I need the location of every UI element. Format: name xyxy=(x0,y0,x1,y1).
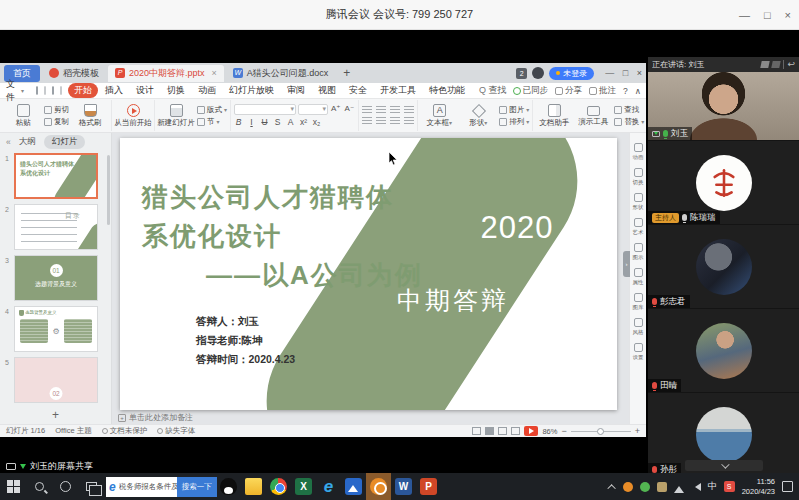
indent-increase-icon[interactable] xyxy=(404,106,414,114)
find-menu[interactable]: Q 查找 xyxy=(479,84,507,97)
reading-view-button[interactable] xyxy=(498,427,507,435)
layout-grid-icon[interactable] xyxy=(761,61,770,68)
present-tools-button[interactable]: 演示工具 xyxy=(575,104,611,127)
menu-tab[interactable]: 安全 xyxy=(343,83,373,98)
missing-fonts[interactable]: 缺失字体 xyxy=(157,426,195,436)
close-button[interactable]: × xyxy=(785,9,791,21)
format-glyph-button[interactable]: U xyxy=(260,117,269,127)
format-glyph-button[interactable]: B xyxy=(234,117,243,127)
notes-hint[interactable]: + 单击此处添加备注 xyxy=(112,411,629,424)
more-participants-button[interactable] xyxy=(685,460,763,471)
format-glyph-button[interactable]: I xyxy=(247,117,256,127)
format-glyph-button[interactable]: S xyxy=(273,117,282,127)
grow-font-button[interactable]: A⁺ xyxy=(330,104,342,115)
start-button[interactable] xyxy=(0,473,26,500)
zoom-slider-handle[interactable] xyxy=(597,428,604,435)
menu-tab[interactable]: 审阅 xyxy=(281,83,311,98)
taskbar-app-icon[interactable]: W xyxy=(391,473,416,500)
normal-view-button[interactable] xyxy=(472,427,481,435)
paste-button[interactable]: 粘贴 xyxy=(5,104,41,128)
new-tab-button[interactable]: + xyxy=(337,66,356,80)
cortana-button[interactable] xyxy=(52,473,78,500)
zoom-in-button[interactable]: + xyxy=(635,426,640,436)
undo-icon[interactable] xyxy=(52,86,54,95)
taskbar-app-icon[interactable] xyxy=(216,473,241,500)
collapse-ribbon-button[interactable]: ∧ xyxy=(635,86,641,96)
save-icon[interactable] xyxy=(36,86,38,95)
taskbar-app-icon[interactable]: P xyxy=(416,473,441,500)
align-center-icon[interactable] xyxy=(376,117,386,125)
globe-icon[interactable] xyxy=(532,67,544,79)
ime-indicator[interactable]: 中 xyxy=(708,480,717,493)
wps-restore-button[interactable]: □ xyxy=(623,68,628,78)
tray-green-app-icon[interactable] xyxy=(640,482,650,492)
tab-docer[interactable]: 稻壳模板 xyxy=(42,65,106,82)
task-view-button[interactable] xyxy=(78,473,104,500)
wps-close-button[interactable]: × xyxy=(637,68,642,78)
message-badge[interactable]: 2 xyxy=(516,68,527,79)
justify-icon[interactable] xyxy=(404,117,414,125)
rail-tool[interactable]: 形状 xyxy=(632,193,644,212)
participant-tile[interactable]: 彭志君 xyxy=(648,225,799,308)
align-right-icon[interactable] xyxy=(390,117,400,125)
search-input[interactable] xyxy=(119,482,177,491)
participant-tile[interactable]: 刘玉 xyxy=(648,72,799,140)
align-left-icon[interactable] xyxy=(362,117,372,125)
rail-tool[interactable]: 切换 xyxy=(632,168,644,187)
textbox-button[interactable]: 文本框▾ xyxy=(421,104,457,128)
menu-tab[interactable]: 动画 xyxy=(192,83,222,98)
tab-docx[interactable]: W A猎头公司问题.docx xyxy=(226,65,336,82)
tab-pptx-active[interactable]: P 2020中期答辩.pptx × xyxy=(108,65,224,82)
format-glyph-button[interactable]: x₂ xyxy=(312,117,321,127)
shrink-font-button[interactable]: A⁻ xyxy=(344,104,356,115)
find-button[interactable]: 查找 xyxy=(614,105,644,115)
slide-sorter-button[interactable] xyxy=(485,427,494,435)
number-list-icon[interactable] xyxy=(376,106,386,114)
font-size-select[interactable] xyxy=(298,104,328,115)
slide-thumbnail-row[interactable]: 1 猎头公司人才猎聘体 系优化设计 xyxy=(0,153,111,199)
zoom-slider[interactable] xyxy=(571,431,631,432)
format-glyph-button[interactable]: A xyxy=(286,117,295,127)
current-slide[interactable]: 猎头公司人才猎聘体 系优化设计 ——以A公司为例 2020 中期答辩 答辩人：刘… xyxy=(120,138,617,410)
format-glyph-button[interactable]: x² xyxy=(299,117,308,127)
thumbnails-scrollbar[interactable] xyxy=(107,155,110,225)
slide-thumbnail-row[interactable]: 5 猎头公司人才猎聘体 系优化设计 xyxy=(0,357,111,403)
doc-protection[interactable]: 文档未保护 xyxy=(102,426,148,436)
slide-thumbnail-row[interactable]: 3 猎头公司人才猎聘体 系优化设计 xyxy=(0,255,111,301)
menu-tab[interactable]: 特色功能 xyxy=(423,83,471,98)
cut-button[interactable]: 剪切 xyxy=(44,105,69,115)
menu-tab[interactable]: 插入 xyxy=(99,83,129,98)
taskbar-app-icon[interactable]: e xyxy=(316,473,341,500)
menu-tab[interactable]: 设计 xyxy=(130,83,160,98)
rail-tool[interactable]: 风格 xyxy=(632,318,644,337)
login-button[interactable]: 未登录 xyxy=(549,67,594,80)
picture-button[interactable]: 图片▾ xyxy=(499,105,529,115)
tray-wps-icon[interactable]: S xyxy=(724,481,735,492)
layout-button[interactable]: 版式▾ xyxy=(197,105,227,115)
theme-name[interactable]: Office 主题 xyxy=(55,426,92,436)
menu-tab[interactable]: 视图 xyxy=(312,83,342,98)
add-slide-button[interactable]: + xyxy=(0,408,111,424)
slide-thumbnail[interactable]: 猎头公司人才猎聘体 系优化设计 01 选题背景及意义 xyxy=(14,255,98,301)
tab-outline[interactable]: 大纲 xyxy=(19,136,36,148)
taskbar-app-icon[interactable] xyxy=(366,473,391,500)
zoom-level[interactable]: 86% xyxy=(542,427,557,436)
indent-decrease-icon[interactable] xyxy=(390,106,400,114)
comment-button[interactable]: 批注 xyxy=(589,85,616,97)
format-painter-button[interactable]: 格式刷 xyxy=(72,104,108,128)
slide-thumbnail-row[interactable]: 4 猎头公司人才猎聘体 系优化设计 xyxy=(0,306,111,352)
replace-button[interactable]: 替换▾ xyxy=(614,117,644,127)
tab-slides[interactable]: 幻灯片 xyxy=(44,135,86,149)
bullet-list-icon[interactable] xyxy=(362,106,372,114)
browser-search-box[interactable]: e 搜索一下 xyxy=(106,477,214,497)
print-icon[interactable] xyxy=(44,86,46,95)
taskbar-app-icon[interactable] xyxy=(241,473,266,500)
rail-tool[interactable]: 图示 xyxy=(632,243,644,262)
menu-tab[interactable]: 开发工具 xyxy=(374,83,422,98)
collapse-panel-icon[interactable]: ↩ xyxy=(787,60,795,69)
share-button[interactable]: 分享 xyxy=(555,85,582,97)
rail-expand-handle[interactable]: › xyxy=(623,251,630,277)
section-button[interactable]: 节▾ xyxy=(197,117,227,127)
volume-icon[interactable] xyxy=(691,483,701,491)
menu-tab[interactable]: 幻灯片放映 xyxy=(223,83,280,98)
